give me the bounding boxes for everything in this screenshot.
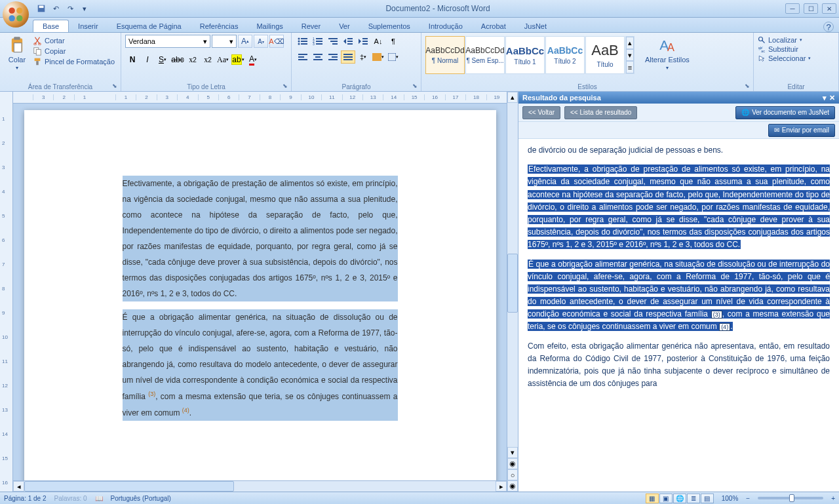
copy-button[interactable]: Copiar bbox=[33, 47, 115, 56]
style-title[interactable]: AaBTítulo bbox=[585, 36, 625, 74]
styles-gallery[interactable]: AaBbCcDd¶ Normal AaBbCcDd¶ Sem Esp... Aa… bbox=[425, 35, 634, 74]
show-marks-button[interactable]: ¶ bbox=[386, 35, 400, 48]
print-layout-view-icon[interactable]: ▦ bbox=[646, 494, 659, 503]
outline-view-icon[interactable]: ≣ bbox=[687, 494, 700, 503]
underline-button[interactable]: S▾ bbox=[155, 53, 170, 66]
horizontal-scrollbar[interactable]: ◂ ▸ bbox=[13, 480, 507, 492]
status-words[interactable]: Palavras: 0 bbox=[54, 495, 87, 502]
paragraph-launcher-icon[interactable]: ⬊ bbox=[411, 82, 419, 90]
send-email-button[interactable]: ✉Enviar por email bbox=[768, 124, 835, 137]
scroll-down-icon[interactable]: ▾ bbox=[507, 447, 518, 458]
scroll-right-icon[interactable]: ▸ bbox=[496, 481, 507, 492]
decrease-indent-button[interactable] bbox=[341, 35, 355, 48]
scroll-up-icon[interactable]: ▴ bbox=[507, 92, 518, 103]
change-case-button[interactable]: Aa▾ bbox=[216, 53, 230, 66]
clipboard-launcher-icon[interactable]: ⬊ bbox=[111, 82, 119, 90]
hscroll-thumb[interactable] bbox=[24, 481, 234, 492]
select-button[interactable]: Seleccionar▾ bbox=[758, 54, 834, 62]
back-button[interactable]: << Voltar bbox=[522, 106, 560, 119]
paste-button[interactable]: Colar ▾ bbox=[4, 35, 30, 72]
justify-button[interactable] bbox=[341, 50, 355, 64]
bold-button[interactable]: N bbox=[125, 53, 140, 66]
maximize-button[interactable]: ☐ bbox=[804, 3, 818, 14]
tab-base[interactable]: Base bbox=[33, 20, 69, 32]
document-viewport[interactable]: Efectivamente, a obrigação de prestação … bbox=[13, 104, 507, 480]
line-spacing-button[interactable]: ‡▾ bbox=[356, 50, 370, 64]
superscript-button[interactable]: x2 bbox=[201, 53, 215, 66]
tab-jusnet[interactable]: JusNet bbox=[515, 20, 556, 32]
increase-indent-button[interactable] bbox=[356, 35, 370, 48]
zoom-out-icon[interactable]: − bbox=[746, 495, 750, 502]
qat-dropdown-icon[interactable]: ▾ bbox=[79, 3, 90, 14]
browse-object-icon[interactable]: ○ bbox=[507, 469, 518, 480]
format-painter-button[interactable]: Pincel de Formatação bbox=[33, 57, 115, 66]
minimize-button[interactable]: ─ bbox=[785, 3, 800, 14]
status-language[interactable]: Português (Portugal) bbox=[111, 495, 171, 502]
style-no-spacing[interactable]: AaBbCcDd¶ Sem Esp... bbox=[465, 36, 505, 74]
vscroll-thumb[interactable] bbox=[507, 254, 518, 313]
style-normal[interactable]: AaBbCcDd¶ Normal bbox=[425, 36, 465, 74]
align-right-button[interactable] bbox=[326, 50, 340, 64]
draft-view-icon[interactable]: ▤ bbox=[701, 494, 714, 503]
footnote-ref[interactable]: (4) bbox=[719, 323, 730, 331]
footnote-ref[interactable]: (3) bbox=[711, 311, 722, 319]
view-document-button[interactable]: 🌐Ver documento em JusNet bbox=[735, 106, 835, 119]
styles-up-icon[interactable]: ▴ bbox=[626, 37, 634, 49]
cut-button[interactable]: Cortar bbox=[33, 36, 115, 45]
shading-button[interactable]: ▾ bbox=[371, 50, 385, 64]
zoom-level[interactable]: 100% bbox=[722, 495, 739, 502]
zoom-in-icon[interactable]: + bbox=[831, 495, 835, 502]
shrink-font-icon[interactable]: A▾ bbox=[254, 35, 268, 48]
footnote-ref[interactable]: (4) bbox=[182, 407, 189, 414]
styles-launcher-icon[interactable]: ⬊ bbox=[743, 82, 751, 90]
align-left-button[interactable] bbox=[296, 50, 310, 64]
font-size-select[interactable]: ▾ bbox=[212, 35, 237, 48]
borders-button[interactable]: ▾ bbox=[386, 50, 400, 64]
tab-acrobat[interactable]: Acrobat bbox=[472, 20, 515, 32]
clear-format-icon[interactable]: A⌫ bbox=[269, 35, 284, 48]
vertical-scrollbar[interactable]: ▴ ▾ ◉ ○ ◉ bbox=[507, 92, 518, 492]
help-icon[interactable]: ? bbox=[823, 22, 834, 32]
panel-content[interactable]: de divórcio ou de separação judicial de … bbox=[518, 139, 839, 492]
document-paragraph[interactable]: Efectivamente, a obrigação de prestação … bbox=[123, 176, 398, 301]
font-launcher-icon[interactable]: ⬊ bbox=[281, 82, 289, 90]
grow-font-icon[interactable]: A▴ bbox=[238, 35, 252, 48]
numbering-button[interactable]: 123 bbox=[311, 35, 325, 48]
footnote-ref[interactable]: (3) bbox=[148, 391, 155, 397]
panel-close-icon[interactable]: ✕ bbox=[829, 94, 835, 102]
tab-ver[interactable]: Ver bbox=[330, 20, 359, 32]
status-proof-icon[interactable]: 📖 bbox=[95, 495, 103, 502]
replace-button[interactable]: abacSubstituir bbox=[758, 45, 834, 53]
tab-referencias[interactable]: Referências bbox=[191, 20, 248, 32]
status-page[interactable]: Página: 1 de 2 bbox=[4, 495, 47, 502]
tab-rever[interactable]: Rever bbox=[292, 20, 330, 32]
font-name-select[interactable]: Verdana▾ bbox=[125, 35, 210, 48]
sort-button[interactable]: A↓ bbox=[371, 35, 385, 48]
italic-button[interactable]: I bbox=[140, 53, 155, 66]
tab-mailings[interactable]: Mailings bbox=[247, 20, 292, 32]
tab-suplementos[interactable]: Suplementos bbox=[359, 20, 420, 32]
tab-esquema[interactable]: Esquema de Página bbox=[107, 20, 191, 32]
tab-introducao[interactable]: Introdução bbox=[420, 20, 472, 32]
style-h2[interactable]: AaBbCcTítulo 2 bbox=[545, 36, 585, 74]
document-paragraph[interactable]: É que a obrigação alimentar genérica, na… bbox=[123, 309, 398, 421]
prev-page-icon[interactable]: ◉ bbox=[507, 458, 518, 469]
multilevel-list-button[interactable] bbox=[326, 35, 340, 48]
result-list-button[interactable]: << Lista de resultado bbox=[564, 106, 637, 119]
office-button[interactable] bbox=[3, 1, 29, 28]
save-icon[interactable] bbox=[35, 3, 47, 14]
style-h1[interactable]: AaBbCcTítulo 1 bbox=[505, 36, 545, 74]
strikethrough-button[interactable]: abc bbox=[170, 53, 185, 66]
subscript-button[interactable]: x2 bbox=[185, 53, 200, 66]
close-button[interactable]: ✕ bbox=[822, 3, 836, 14]
zoom-slider[interactable] bbox=[758, 497, 823, 499]
align-center-button[interactable] bbox=[311, 50, 325, 64]
styles-down-icon[interactable]: ▾ bbox=[626, 49, 634, 62]
undo-icon[interactable]: ↶ bbox=[50, 3, 62, 14]
redo-icon[interactable]: ↷ bbox=[64, 3, 76, 14]
styles-more-icon[interactable]: ≡ bbox=[626, 61, 634, 73]
panel-dropdown-icon[interactable]: ▾ bbox=[823, 94, 827, 102]
font-color-button[interactable]: A▾ bbox=[246, 53, 260, 66]
highlight-button[interactable]: ab▾ bbox=[231, 53, 245, 66]
full-screen-view-icon[interactable]: ▣ bbox=[659, 494, 673, 503]
